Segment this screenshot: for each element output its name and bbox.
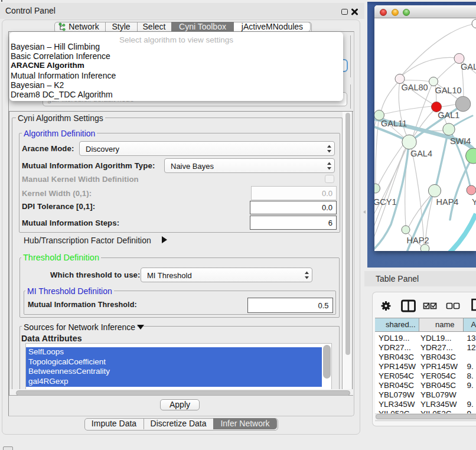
svg-text:Y: Y [472,197,476,207]
svg-text:GAL11: GAL11 [381,119,407,128]
svg-text:HAP4: HAP4 [436,197,459,207]
svg-text:GAL80: GAL80 [402,83,428,92]
svg-text:GCY1: GCY1 [374,197,397,207]
svg-text:GAL1: GAL1 [438,110,459,120]
svg-text:HAP2: HAP2 [407,236,429,245]
svg-text:GAL4: GAL4 [410,149,432,158]
svg-text:GAL10: GAL10 [435,86,461,95]
svg-text:GAL: GAL [461,62,476,71]
svg-text:SWI4: SWI4 [450,136,471,146]
